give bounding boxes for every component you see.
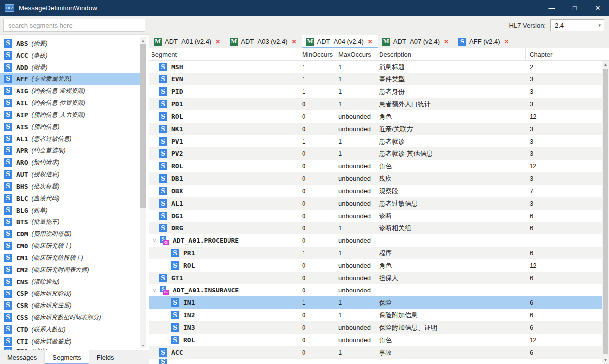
scroll-up-icon[interactable]: ▲	[140, 37, 146, 43]
table-row[interactable]: SROL0unbounded角色12	[149, 259, 609, 272]
segment-code: EVN	[171, 75, 183, 83]
segment-icon: S	[159, 87, 167, 96]
max-occurs-cell: unbounded	[334, 284, 375, 296]
minimize-button[interactable]: —	[540, 0, 563, 16]
table-row[interactable]: SNK10unbounded近亲/关联方3	[149, 123, 609, 135]
tab-adt_a01[interactable]: MADT_A01 (v2.4)✕	[149, 35, 225, 48]
table-row[interactable]: SPID11患者身份3	[149, 85, 609, 98]
scroll-up-icon[interactable]: ▲	[602, 61, 609, 68]
tab-aff[interactable]: SAFF (v2.4)✕	[454, 35, 514, 48]
group-icon-g: G	[163, 290, 169, 295]
table-row[interactable]: ∨SGADT_A01.INSURANCE0unbounded	[149, 284, 609, 296]
table-row[interactable]: SDB10unbounded残疾3	[149, 172, 609, 185]
tab-adt_a03[interactable]: MADT_A03 (v2.4)✕	[225, 35, 301, 48]
max-occurs-cell: 1	[334, 346, 375, 359]
table-row[interactable]: SGT10unbounded担保人6	[149, 272, 609, 284]
segment-icon: S	[171, 336, 179, 344]
column-header-segment[interactable]: Segment	[149, 48, 298, 60]
tab-fields[interactable]: Fields	[89, 350, 122, 364]
scroll-down-icon[interactable]: ▼	[140, 342, 146, 348]
sidebar-item-cdm[interactable]: SCDM(费用说明母版)	[0, 228, 140, 240]
close-tab-icon[interactable]: ✕	[368, 38, 373, 45]
table-row[interactable]: SROL0unbounded角色12	[149, 160, 609, 172]
table-row[interactable]: SEVN11事件类型3	[149, 73, 609, 85]
segment-code: PID	[171, 88, 183, 95]
column-header-minoccurs[interactable]: MinOccurs	[298, 48, 334, 60]
chevron-down-icon[interactable]: ∨	[152, 238, 158, 243]
column-header-chapter[interactable]: Chapter	[526, 48, 565, 60]
sidebar-item-css[interactable]: SCSS(临床研究数据时间表部分)	[0, 311, 140, 323]
table-row[interactable]: SIN30unbounded保险附加信息、证明6	[149, 321, 609, 334]
close-tab-icon[interactable]: ✕	[291, 38, 296, 45]
sidebar-item-db1[interactable]: SDB1(残疾)	[0, 347, 140, 350]
segment-code: AIG	[16, 87, 28, 95]
search-input[interactable]	[3, 19, 145, 32]
table-row[interactable]: SDG10unbounded诊断6	[149, 210, 609, 222]
hl7-version-select[interactable]: 2.4 ▾	[550, 19, 604, 31]
sidebar-item-ctd[interactable]: SCTD(联系人数据)	[0, 323, 140, 335]
column-header-maxoccurs[interactable]: MaxOccurs	[334, 48, 375, 60]
chevron-down-icon[interactable]: ∨	[152, 288, 158, 293]
sidebar-item-ail[interactable]: SAIL(约会信息-位置资源)	[0, 97, 140, 109]
segment-cell: ∨SGADT_A01.INSURANCE	[149, 284, 298, 296]
scrollbar-thumb[interactable]	[140, 44, 146, 208]
close-tab-icon[interactable]: ✕	[504, 38, 509, 45]
close-button[interactable]: ✕	[586, 0, 609, 16]
close-tab-icon[interactable]: ✕	[215, 38, 220, 45]
sidebar-item-acc[interactable]: SACC(事故)	[0, 49, 140, 61]
sidebar-item-aut[interactable]: SAUT(授权信息)	[0, 168, 140, 180]
sidebar-item-abs[interactable]: SABS(摘要)	[0, 37, 140, 49]
sidebar-item-blc[interactable]: SBLC(血液代码)	[0, 192, 140, 204]
segment-cell: ∨SGADT_A01.PROCEDURE	[149, 234, 298, 247]
column-header-description[interactable]: Description	[375, 48, 526, 60]
sidebar-item-cm2[interactable]: SCM2(临床研究时间表大师)	[0, 264, 140, 276]
sidebar-item-arq[interactable]: SARQ(预约请求)	[0, 156, 140, 168]
table-row[interactable]: SPV111患者就诊3	[149, 135, 609, 147]
table-row[interactable]: SIN201保险附加信息6	[149, 309, 609, 321]
table-row[interactable]: ∨SGADT_A01.PROCEDURE0unbounded	[149, 234, 609, 247]
segment-desc: (临床研究时间表大师)	[31, 266, 89, 274]
sidebar-item-csr[interactable]: SCSR(临床研究注册)	[0, 299, 140, 311]
table-scrollbar[interactable]: ▲ ▼	[602, 61, 609, 364]
sidebar-item-aff[interactable]: SAFF(专业隶属关系)	[0, 73, 140, 85]
sidebar-item-aip[interactable]: SAIP(预约信息-人力资源)	[0, 109, 140, 121]
segment-desc: (预约请求)	[31, 158, 59, 167]
table-row[interactable]: SROL0unbounded角色12	[149, 110, 609, 123]
tab-adt_a04[interactable]: MADT_A04 (v2.4)✕	[302, 35, 378, 48]
table-row[interactable]: S	[149, 359, 609, 364]
table-row[interactable]: SMSH11消息标题2	[149, 61, 609, 73]
table-row[interactable]: SPR111程序6	[149, 247, 609, 259]
segment-icon: S	[171, 323, 179, 332]
sidebar-item-bts[interactable]: SBTS(批量拖车)	[0, 216, 140, 228]
table-row[interactable]: SDRG01诊断相关组6	[149, 222, 609, 234]
sidebar-item-bhs[interactable]: SBHS(批次标题)	[0, 180, 140, 192]
table-row[interactable]: SROL0unbounded角色12	[149, 334, 609, 346]
tab-segments[interactable]: Segments	[44, 350, 89, 364]
sidebar-item-aig[interactable]: SAIG(约会信息-常规资源)	[0, 85, 140, 97]
table-row[interactable]: SAL10unbounded患者过敏信息3	[149, 197, 609, 210]
sidebar-item-al1[interactable]: SAL1(患者过敏信息)	[0, 133, 140, 145]
sidebar-scrollbar[interactable]: ▲ ▼	[140, 37, 146, 348]
sidebar-item-csp[interactable]: SCSP(临床研究阶段)	[0, 288, 140, 299]
scroll-down-icon[interactable]: ▼	[602, 356, 609, 364]
scrollbar-thumb[interactable]	[603, 69, 608, 354]
table-row[interactable]: SPD101患者额外人口统计3	[149, 98, 609, 110]
sidebar-item-ais[interactable]: SAIS(预约信息)	[0, 121, 140, 133]
sidebar-item-add[interactable]: SADD(附录)	[0, 61, 140, 73]
sidebar-item-cns[interactable]: SCNS(清除通知)	[0, 276, 140, 288]
sidebar-item-blg[interactable]: SBLG(账单)	[0, 204, 140, 216]
tab-adt_a07[interactable]: MADT_A07 (v2.4)✕	[378, 35, 454, 48]
maximize-button[interactable]: □	[563, 0, 586, 16]
close-tab-icon[interactable]: ✕	[444, 38, 449, 45]
sidebar-item-cm0[interactable]: SCM0(临床研究硕士)	[0, 240, 140, 252]
max-occurs-cell: unbounded	[334, 160, 375, 172]
table-row[interactable]: SOBX0unbounded观察段7	[149, 185, 609, 197]
sidebar-item-cm1[interactable]: SCM1(临床研究阶段硕士)	[0, 252, 140, 264]
sidebar-item-apr[interactable]: SAPR(约会首选项)	[0, 145, 140, 156]
tab-messages[interactable]: Messages	[0, 350, 44, 364]
table-row[interactable]: SIN111保险6	[149, 296, 609, 309]
sidebar-item-cti[interactable]: SCTI(临床试验鉴定)	[0, 335, 140, 347]
table-row[interactable]: SPV201患者就诊-其他信息3	[149, 147, 609, 160]
chapter-cell: 7	[526, 185, 565, 197]
table-row[interactable]: SACC01事故6	[149, 346, 609, 359]
